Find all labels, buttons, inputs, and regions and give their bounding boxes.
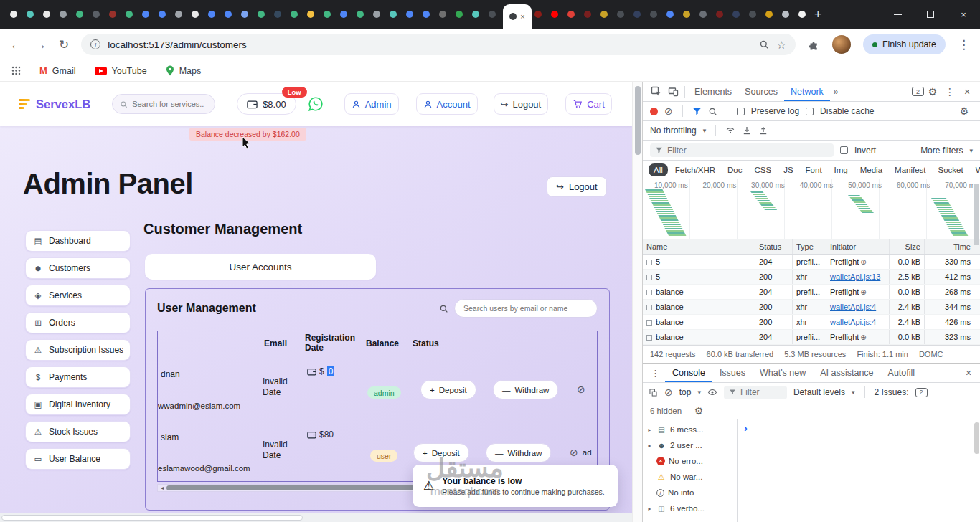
ban-action-button[interactable]: ⊘ad [570, 447, 592, 458]
tab-favicon[interactable] [390, 11, 397, 18]
devtools-menu-icon[interactable]: ⋮ [941, 84, 958, 100]
expander-icon[interactable]: ▸ [646, 442, 653, 449]
devtools-tab[interactable]: Network [784, 82, 830, 101]
maximize-button[interactable] [914, 0, 947, 29]
tab-favicon[interactable] [142, 11, 149, 18]
network-request-row[interactable]: balance 204 prefli... Preflight⊕ 0.0 kB … [643, 285, 980, 300]
tab-favicon[interactable] [357, 11, 364, 18]
filter-chip[interactable]: Font [801, 163, 827, 176]
bookmark-maps[interactable]: Maps [166, 65, 202, 76]
filter-chip[interactable]: Fetch/XHR [670, 163, 720, 176]
tab-favicon[interactable] [798, 11, 806, 18]
console-filter-input[interactable] [740, 387, 782, 397]
console-filter-item[interactable]: × No erro... [643, 453, 737, 469]
tab-favicon[interactable] [225, 11, 232, 18]
initiator-link[interactable]: walletApi.js:4 [830, 318, 876, 326]
invert-checkbox[interactable] [840, 146, 848, 154]
withdraw-button[interactable]: —Withdraw [486, 443, 551, 462]
more-filters-button[interactable]: More filters [920, 146, 963, 156]
tab-favicon[interactable] [274, 11, 281, 18]
scrollbar-thumb[interactable] [974, 422, 979, 454]
nav-cart-button[interactable]: Cart [565, 93, 612, 115]
drawer-close-icon[interactable]: × [960, 365, 977, 381]
filter-chip[interactable]: Wasm [971, 163, 980, 176]
initiator-link[interactable]: Preflight [830, 288, 859, 296]
tab-favicon[interactable] [76, 11, 83, 18]
console-messages-area[interactable]: › [738, 419, 980, 522]
nav-account-button[interactable]: Account [416, 93, 478, 115]
network-scrollbar-thumb[interactable] [974, 184, 979, 245]
console-context-icon[interactable] [649, 388, 658, 397]
network-request-row[interactable]: balance 200 xhr walletApi.js:4 2.4 kB 34… [643, 300, 980, 315]
filter-chip[interactable]: Manifest [890, 163, 930, 176]
services-search[interactable] [112, 94, 215, 114]
page-horizontal-scrollbar[interactable] [0, 513, 632, 522]
close-button[interactable]: × [947, 0, 980, 29]
tab-favicon[interactable] [93, 11, 100, 18]
sidebar-item[interactable]: ▣ Digital Inventory [25, 394, 131, 415]
tab-favicon[interactable] [633, 11, 641, 18]
issues-count-badge[interactable]: 2 [915, 388, 928, 397]
tab-close-icon[interactable]: × [520, 13, 524, 21]
expander-icon[interactable]: ▸ [646, 506, 653, 512]
column-header[interactable]: Name [643, 239, 755, 254]
sidebar-item[interactable]: ⚠ Subscription Issues [25, 339, 131, 361]
network-filter-pill[interactable] [650, 143, 834, 157]
initiator-link[interactable]: walletApi.js:13 [830, 272, 880, 281]
tab-favicon[interactable] [43, 11, 50, 18]
throttling-select[interactable]: No throttling [650, 125, 697, 136]
tab-favicon[interactable] [650, 11, 657, 18]
profile-avatar[interactable] [832, 35, 851, 54]
deposit-button[interactable]: +Deposit [420, 380, 476, 399]
bookmark-gmail[interactable]: MGmail [39, 65, 76, 76]
filter-chip[interactable]: All [649, 163, 668, 176]
initiator-link[interactable]: walletApi.js:4 [830, 303, 876, 311]
zoom-search-icon[interactable] [759, 39, 769, 49]
sidebar-item[interactable]: ⚠ Stock Issues [25, 421, 131, 442]
hidden-count[interactable]: 6 hidden [650, 407, 682, 415]
tab-favicon[interactable] [472, 11, 479, 18]
wallet-balance-button[interactable]: $8.00 Low [237, 93, 296, 115]
sidebar-item[interactable]: ◈ Services [25, 285, 131, 306]
devtools-close-icon[interactable]: × [958, 84, 976, 100]
column-header[interactable]: Size [890, 239, 925, 254]
context-select[interactable]: top [679, 387, 692, 397]
bookmark-star-icon[interactable]: ☆ [776, 39, 786, 50]
tab-favicon[interactable] [439, 11, 446, 18]
column-header[interactable]: Status [755, 239, 793, 254]
brand-logo[interactable]: ServexLB [19, 98, 90, 111]
more-tabs-icon[interactable]: » [830, 87, 842, 97]
user-accounts-tab[interactable]: User Accounts [145, 254, 376, 280]
scroll-left-arrow-icon[interactable]: ◂ [158, 485, 166, 491]
scrollbar-thumb[interactable] [635, 86, 641, 155]
inspect-element-icon[interactable] [647, 84, 664, 100]
filter-chip[interactable]: JS [778, 163, 798, 176]
address-bar[interactable]: i ☆ [81, 34, 796, 55]
tab-favicon[interactable] [765, 11, 773, 18]
network-request-row[interactable]: 5 204 prefli... Preflight⊕ 0.0 kB 330 ms [643, 255, 980, 270]
tab-favicon[interactable] [617, 11, 624, 18]
reload-button[interactable]: ↻ [59, 39, 69, 51]
deposit-button[interactable]: +Deposit [413, 443, 469, 462]
apps-grid-icon[interactable] [11, 66, 21, 75]
tab-favicon[interactable] [27, 11, 34, 18]
tab-favicon[interactable] [716, 11, 723, 18]
clear-button[interactable]: ⊘ [664, 106, 673, 116]
active-tab[interactable]: × [503, 4, 532, 29]
filter-chip[interactable]: CSS [749, 163, 776, 176]
console-tab[interactable]: AI assistance [813, 364, 880, 382]
page-info-icon[interactable]: i [90, 39, 100, 49]
filter-chip[interactable]: Doc [722, 163, 747, 176]
initiator-link[interactable]: Preflight [830, 257, 859, 266]
filter-chip[interactable]: Media [855, 163, 887, 176]
network-search-icon[interactable] [708, 107, 717, 116]
issues-count-badge[interactable]: 2 [912, 87, 924, 96]
drawer-menu-icon[interactable]: ⋮ [646, 368, 665, 379]
tab-favicon[interactable] [782, 11, 789, 18]
tab-favicon[interactable] [340, 11, 347, 18]
network-conditions-icon[interactable] [725, 125, 735, 136]
preserve-log-checkbox[interactable] [737, 108, 745, 115]
services-search-input[interactable] [132, 100, 204, 108]
tab-favicon[interactable] [159, 11, 166, 18]
console-filter-item[interactable]: ▸ ☻ 2 user ... [643, 437, 737, 453]
